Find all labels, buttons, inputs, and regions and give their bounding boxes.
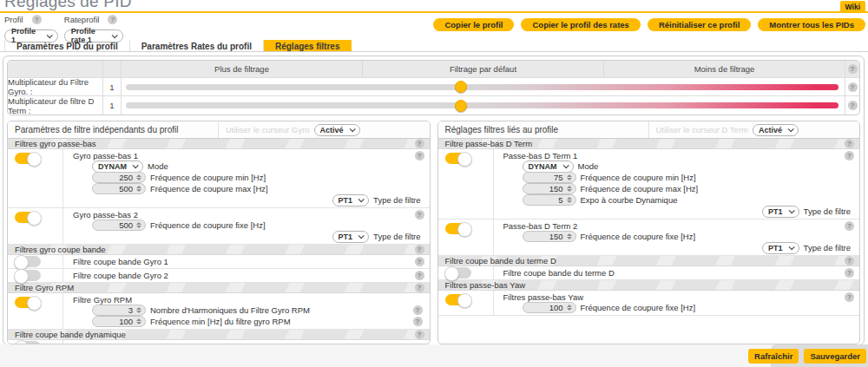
dterm-lowpass1-type-select[interactable]: PT1: [762, 206, 799, 218]
gyro-slider-mode-select[interactable]: Activé: [314, 124, 360, 136]
help-icon[interactable]: ?: [845, 256, 854, 265]
chevron-down-icon: [562, 162, 569, 168]
help-icon[interactable]: ?: [845, 151, 854, 161]
gyro-lowpass2-toggle[interactable]: [15, 212, 41, 223]
reset-profile-button[interactable]: Réinitialiser ce profil: [648, 18, 751, 31]
gyro-lowpass1-group: ? Gyro passe-bas 1 DYNAM Mode 250: [8, 149, 430, 208]
spinner-icon[interactable]: [567, 186, 572, 192]
slider-handle[interactable]: [455, 100, 467, 112]
show-all-pids-button[interactable]: Montrer tous les PIDs: [758, 18, 865, 31]
input-value: 100: [529, 303, 567, 312]
help-icon[interactable]: ?: [415, 151, 424, 161]
dterm-lowpass1-expo-input[interactable]: 5: [523, 194, 576, 206]
help-icon[interactable]: ?: [845, 139, 854, 148]
spinner-icon[interactable]: [136, 307, 141, 313]
help-icon[interactable]: ?: [848, 64, 858, 74]
rpm-harmonics-input[interactable]: 3: [92, 305, 146, 316]
help-icon[interactable]: ?: [415, 330, 424, 339]
dterm-lowpass1-mode-select[interactable]: DYNAM: [523, 161, 574, 173]
rpm-harmonics-label: Nombre d'Harmoniques du Filtre Gyro RPM: [150, 305, 310, 315]
dterm-lowpass1-max-input[interactable]: 150: [523, 183, 576, 194]
spinner-icon[interactable]: [567, 197, 572, 203]
dterm-multiplier-row: Multiplicateur de filtre D Term : 1 ?: [8, 96, 859, 115]
help-icon[interactable]: ?: [415, 139, 424, 148]
dterm-lowpass2-label: Passe-bas D Term 2: [503, 221, 853, 231]
dterm-slider-mode-select[interactable]: Activé: [753, 124, 799, 136]
dterm-lowpass2-freq-input[interactable]: 150: [523, 231, 576, 242]
profile-select[interactable]: Profile 1: [4, 29, 58, 43]
help-icon[interactable]: ?: [415, 210, 424, 220]
spinner-icon[interactable]: [567, 233, 572, 239]
help-icon[interactable]: ?: [848, 82, 858, 92]
section-dterm-notch: Filtre coupe bande du terme D ?: [438, 256, 860, 266]
gyro-notch1-toggle[interactable]: [15, 256, 41, 267]
spinner-icon[interactable]: [136, 186, 141, 192]
help-icon[interactable]: ?: [845, 268, 854, 278]
help-icon[interactable]: ?: [415, 283, 424, 292]
help-icon[interactable]: ?: [415, 257, 424, 266]
gyro-rpm-toggle-cell: [8, 293, 63, 329]
filter-tab-content: Plus de filtrage Filtrage par défaut Moi…: [3, 56, 865, 345]
chevron-down-icon: [788, 244, 794, 250]
gyro-lowpass1-toggle[interactable]: [15, 153, 41, 164]
rpm-min-freq-input[interactable]: 100: [92, 316, 146, 327]
save-toolbar: Rafraîchir Sauvegarder: [771, 344, 868, 367]
help-icon[interactable]: ?: [413, 317, 423, 326]
tab-rates-parameters[interactable]: Paramètres Rates du profil: [130, 40, 264, 51]
wiki-button[interactable]: Wiki: [840, 1, 865, 11]
rateprofil-label: Rateprofil: [64, 15, 100, 24]
dterm-multiplier-label: Multiplicateur de filtre D Term :: [8, 96, 103, 115]
save-button[interactable]: Sauvegarder: [804, 349, 866, 364]
profil-help-icon[interactable]: ?: [32, 15, 42, 24]
tab-filter-settings[interactable]: Réglages filtres: [264, 40, 352, 51]
rateprofil-help-icon[interactable]: ?: [108, 15, 117, 24]
profile-select-value: Profile 1: [11, 27, 41, 44]
help-icon[interactable]: ?: [845, 221, 854, 231]
gyro-filter-slider[interactable]: [126, 84, 838, 90]
dterm-notch-toggle[interactable]: [445, 267, 471, 279]
spinner-icon[interactable]: [567, 174, 572, 180]
less-filtering-header: Moins de filtrage: [604, 61, 845, 77]
gyro-notch2-toggle[interactable]: [15, 270, 41, 281]
dterm-lowpass2-toggle-cell: [438, 220, 494, 255]
spinner-icon[interactable]: [136, 318, 141, 324]
dterm-multiplier-slider-cell: [122, 96, 845, 115]
gyro-lowpass1-max-input[interactable]: 500: [92, 183, 146, 194]
help-icon[interactable]: ?: [413, 305, 423, 315]
spinner-icon[interactable]: [136, 222, 141, 228]
help-icon[interactable]: ?: [848, 101, 858, 110]
section-label: Filtres gyro coupe bande: [15, 245, 415, 254]
dterm-lowpass2-toggle[interactable]: [445, 223, 471, 234]
spinner-icon[interactable]: [567, 305, 572, 311]
dterm-lowpass1-min-input[interactable]: 75: [523, 172, 576, 183]
input-value: 150: [529, 232, 567, 241]
slider-header-help-cell: ?: [845, 61, 859, 77]
gyro-lowpass1-mode-select[interactable]: DYNAM: [92, 161, 143, 173]
gyro-lowpass1-type-select[interactable]: PT1: [332, 194, 370, 206]
yaw-lowpass-freq-input[interactable]: 100: [523, 302, 576, 313]
mode-label: Mode: [148, 161, 168, 171]
gyro-lowpass2-type-select[interactable]: PT1: [332, 231, 370, 243]
gyro-rpm-toggle[interactable]: [15, 297, 41, 308]
gyro-lowpass1-min-input[interactable]: 250: [92, 172, 146, 183]
dterm-notch-row: Filtre coupe bande du terme D ?: [438, 266, 860, 280]
yaw-lowpass-toggle[interactable]: [445, 294, 471, 305]
help-icon[interactable]: ?: [845, 292, 854, 302]
dterm-lowpass2-type-select[interactable]: PT1: [762, 242, 799, 254]
min-cutoff-label: Fréquence de coupure min [Hz]: [150, 173, 266, 182]
spinner-icon[interactable]: [136, 174, 141, 180]
rateprofile-select[interactable]: Profile rate 1: [64, 29, 123, 43]
refresh-button[interactable]: Rafraîchir: [748, 349, 799, 364]
gyro-lowpass2-freq-input[interactable]: 500: [92, 220, 146, 231]
input-value: 250: [98, 173, 136, 182]
slider-handle[interactable]: [455, 81, 467, 93]
dterm-lowpass1-toggle[interactable]: [445, 153, 471, 164]
copy-rateprofile-button[interactable]: Copier le profil des rates: [521, 18, 640, 31]
help-icon[interactable]: ?: [415, 271, 424, 280]
copy-profile-button[interactable]: Copier le profil: [433, 18, 514, 31]
dterm-multiplier-value: 1: [103, 96, 122, 115]
dterm-filter-slider[interactable]: [126, 102, 838, 108]
rateprofile-select-group: Rateprofil ? Profile rate 1: [64, 15, 123, 43]
help-icon[interactable]: ?: [415, 245, 424, 254]
gyro-notch2-row: Filtre coupe bande Gyro 2 ?: [8, 269, 430, 283]
